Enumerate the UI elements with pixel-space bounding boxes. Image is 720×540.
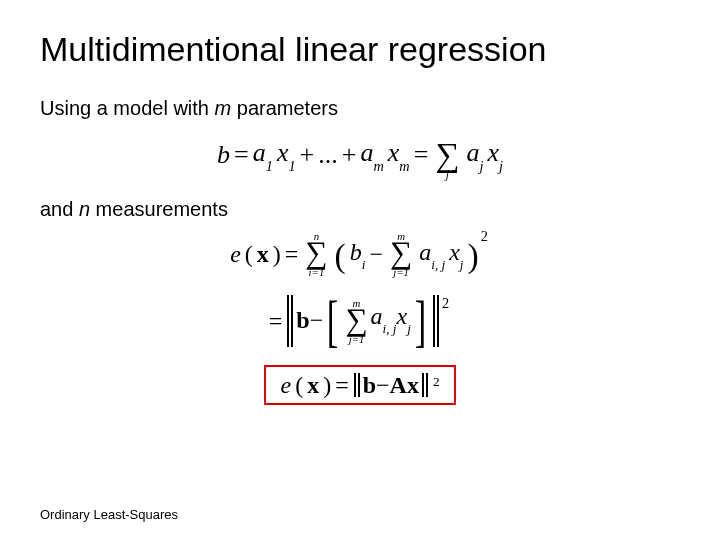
var-m: m xyxy=(215,97,232,119)
minus: − xyxy=(369,242,383,266)
plus: + xyxy=(300,142,315,168)
vec-x: x xyxy=(407,373,419,397)
exponent-2: 2 xyxy=(481,229,488,243)
text: Using a model with xyxy=(40,97,215,119)
var-x: x xyxy=(388,138,400,167)
equation-4-boxed: e(x) = b − Ax 2 xyxy=(40,365,680,405)
var-b: b xyxy=(217,142,230,168)
sub-1: 1 xyxy=(266,158,273,174)
sigma-icon: m∑j=1 xyxy=(390,231,412,277)
sum-lower: i=1 xyxy=(309,267,325,277)
equation-2: e(x) = n∑i=1 ( bi − m∑j=1 ai, j xj ) 2 xyxy=(40,231,680,277)
vec-x: x xyxy=(257,242,269,266)
var-x: x xyxy=(487,138,499,167)
equals: = xyxy=(414,142,429,168)
mat-A: A xyxy=(390,373,407,397)
sub-j: j xyxy=(479,158,483,174)
text: parameters xyxy=(231,97,338,119)
slide-title: Multidimentional linear regression xyxy=(40,30,680,69)
norm-bars-icon: b − [ m∑j=1 ai, j xj ] xyxy=(287,295,439,347)
vec-b: b xyxy=(363,373,376,397)
sigma-icon: m∑j=1 xyxy=(345,298,367,344)
var-a: a xyxy=(371,303,383,329)
var-b: b xyxy=(350,239,362,265)
sub-ij: i, j xyxy=(431,257,445,272)
sub-i: i xyxy=(362,257,366,272)
var-a: a xyxy=(419,239,431,265)
var-x: x xyxy=(277,138,289,167)
text-line-2: and n measurements xyxy=(40,198,680,221)
sub-j: j xyxy=(499,158,503,174)
sum-lower: j=1 xyxy=(349,334,365,344)
sub-j: j xyxy=(407,321,411,336)
sum-lower: j xyxy=(446,169,449,180)
text: measurements xyxy=(90,198,228,220)
equals: = xyxy=(269,309,283,333)
minus: − xyxy=(376,373,390,397)
sigma-icon: n∑i=1 xyxy=(305,231,327,277)
plus: + xyxy=(342,142,357,168)
sum-lower: j=1 xyxy=(393,267,409,277)
var-x: x xyxy=(449,239,460,265)
var-e: e xyxy=(230,242,241,266)
vec-x: x xyxy=(307,373,319,397)
text-line-1: Using a model with m parameters xyxy=(40,97,680,120)
equals: = xyxy=(285,242,299,266)
var-x: x xyxy=(397,303,408,329)
highlight-box: e(x) = b − Ax 2 xyxy=(264,365,455,405)
equals: = xyxy=(335,373,349,397)
footer-text: Ordinary Least-Squares xyxy=(40,507,178,522)
vec-b: b xyxy=(296,299,309,342)
sub-m: m xyxy=(373,158,383,174)
exponent-2: 2 xyxy=(433,375,440,388)
sub-j: j xyxy=(460,257,464,272)
sub-1: 1 xyxy=(288,158,295,174)
var-a: a xyxy=(466,138,479,167)
sub-ij: i, j xyxy=(383,321,397,336)
sub-m: m xyxy=(399,158,409,174)
var-a: a xyxy=(360,138,373,167)
equation-3: = b − [ m∑j=1 ai, j xj ] 2 xyxy=(40,295,680,347)
var-e: e xyxy=(280,373,291,397)
minus: − xyxy=(310,299,324,342)
equation-1: b = a1 x1 + ... + am xm = ∑j aj xj xyxy=(40,130,680,180)
text: and xyxy=(40,198,79,220)
dots: ... xyxy=(318,142,338,168)
equals: = xyxy=(234,142,249,168)
sigma-icon: ∑j xyxy=(435,130,459,180)
norm-bars-icon: b − Ax xyxy=(354,373,428,397)
exponent-2: 2 xyxy=(442,296,449,310)
bracket-icon: [ m∑j=1 ai, j xj ] xyxy=(323,295,430,347)
var-a: a xyxy=(253,138,266,167)
slide: Multidimentional linear regression Using… xyxy=(0,0,720,540)
var-n: n xyxy=(79,198,90,220)
